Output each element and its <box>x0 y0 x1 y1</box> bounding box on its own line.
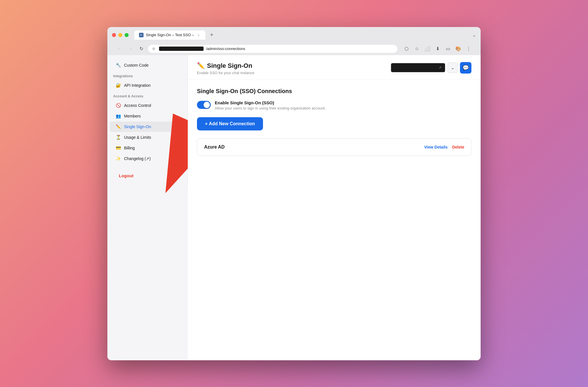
sidebar-item-label: Usage & Limits <box>124 135 151 140</box>
browser-content: 🔧 Custom Code Integrations 🔐 API Integra… <box>107 55 481 360</box>
toggle-text: Enable Single Sign-On (SSO) Allow your u… <box>215 100 326 110</box>
toggle-label: Enable Single Sign-On (SSO) <box>215 100 326 105</box>
tab-menu-button[interactable]: ⌄ <box>472 32 476 38</box>
sso-toggle-row: Enable Single Sign-On (SSO) Allow your u… <box>197 100 471 110</box>
members-icon: 👥 <box>115 113 121 119</box>
sidebar-item-label: Members <box>124 114 141 118</box>
address-bar[interactable]: ⊜ ████████████████ /admin/sso-connection… <box>148 45 397 53</box>
minimize-button[interactable] <box>118 33 122 37</box>
chat-icon: 💬 <box>463 65 469 71</box>
account-section-label: Account & Access <box>107 91 187 100</box>
single-sign-on-icon: ✏️ <box>115 124 121 129</box>
logout-button[interactable]: Logout <box>113 171 182 181</box>
add-connection-label: + Add New Connection <box>205 121 255 126</box>
sidebar-item-label: Access Control <box>124 103 151 108</box>
add-new-connection-button[interactable]: + Add New Connection <box>197 117 263 130</box>
active-tab[interactable]: ✏ Single Sign-On – Test SSO – × <box>134 30 205 40</box>
sidebar-item-label: Billing <box>124 146 135 150</box>
connection-actions: View Details Delete <box>424 145 464 149</box>
sidebar-item-access-control[interactable]: 🚫 Access Control <box>110 100 185 111</box>
browser-window: ✏ Single Sign-On – Test SSO – × + ⌄ ← → … <box>107 27 481 360</box>
page-title-emoji: ✏️ <box>197 62 205 70</box>
sidebar-item-members[interactable]: 👥 Members <box>110 111 185 121</box>
chat-button[interactable]: 💬 <box>460 62 471 74</box>
sidebar: 🔧 Custom Code Integrations 🔐 API Integra… <box>107 55 188 186</box>
back-button[interactable]: ← <box>115 45 123 53</box>
refresh-button[interactable]: ↻ <box>137 45 145 53</box>
sidebar-item-label: Single Sign-On <box>124 124 151 129</box>
page-subtitle: Enable SSO for your chat instance <box>197 71 254 75</box>
access-control-icon: 🚫 <box>115 103 121 108</box>
instance-selector-text: ████████████████ <box>394 66 437 70</box>
sidebar-item-usage-limits[interactable]: ⏳ Usage & Limits <box>110 132 185 143</box>
sidebar-item-billing[interactable]: 💳 Billing <box>110 143 185 153</box>
browser-titlebar: ✏ Single Sign-On – Test SSO – × + ⌄ ← → … <box>107 27 481 55</box>
sidebar-item-label: API Integration <box>124 83 151 88</box>
sidebar-wrapper: 🔧 Custom Code Integrations 🔐 API Integra… <box>107 55 188 360</box>
logout-label: Logout <box>119 173 134 178</box>
main-content: ✏️ Single Sign-On Enable SSO for your ch… <box>188 55 481 360</box>
maximize-button[interactable] <box>125 33 129 37</box>
browser-toolbar: ← → ↻ ⊜ ████████████████ /admin/sso-conn… <box>112 43 476 55</box>
address-redacted-part: ████████████████ <box>159 47 204 51</box>
instance-selector[interactable]: ████████████████ ↗ <box>391 63 445 72</box>
sidebar-item-api-integration[interactable]: 🔐 API Integration <box>110 80 185 91</box>
toggle-knob <box>204 102 210 108</box>
dropdown-icon: ⌄ <box>451 65 454 70</box>
section-title: Single Sign-On (SSO) Connections <box>197 88 471 95</box>
billing-icon: 💳 <box>115 145 121 151</box>
usage-limits-icon: ⏳ <box>115 135 121 140</box>
page-body: Single Sign-On (SSO) Connections Enable … <box>188 80 481 164</box>
extensions-icon[interactable]: ⬜ <box>423 45 431 53</box>
tab-bar: ✏ Single Sign-On – Test SSO – × + ⌄ <box>112 30 476 40</box>
view-details-link[interactable]: View Details <box>424 145 448 149</box>
tab-favicon: ✏ <box>139 33 144 37</box>
bookmark-icon[interactable]: ☆ <box>413 45 421 53</box>
toggle-description: Allow your users to sign in using their … <box>215 106 326 110</box>
privacy-icon: ⊜ <box>152 47 157 51</box>
dropdown-button[interactable]: ⌄ <box>448 62 458 73</box>
connection-card-azure-ad: Azure AD View Details Delete <box>197 138 471 156</box>
page-title-text: Single Sign-On <box>207 62 252 70</box>
integrations-section-label: Integrations <box>107 71 187 80</box>
external-link-icon: ↗ <box>438 66 442 70</box>
sidebar-item-label: Custom Code <box>124 63 149 68</box>
sidebar-item-changelog[interactable]: ✨ Changelog (↗) <box>110 153 185 164</box>
tab-close-button[interactable]: × <box>196 33 201 37</box>
toolbar-icons: ⬡ ☆ ⬜ ⬇ ▭ 🎨 ⋮ <box>403 45 473 53</box>
new-tab-button[interactable]: + <box>208 32 216 38</box>
download-icon[interactable]: ⬇ <box>434 45 442 53</box>
page-title: ✏️ Single Sign-On <box>197 62 254 70</box>
more-menu-icon[interactable]: ⋮ <box>465 45 473 53</box>
sidebar-item-single-sign-on[interactable]: ✏️ Single Sign-On <box>110 122 185 132</box>
address-path: /admin/sso-connections <box>206 47 245 51</box>
traffic-lights <box>112 33 129 37</box>
changelog-icon: ✨ <box>115 156 121 161</box>
header-actions: ████████████████ ↗ ⌄ 💬 <box>391 62 471 74</box>
sidebar-item-label: Changelog (↗) <box>124 156 151 161</box>
close-button[interactable] <box>112 33 116 37</box>
connection-name: Azure AD <box>204 145 225 150</box>
profile-icon[interactable]: 🎨 <box>454 45 462 53</box>
api-integration-icon: 🔐 <box>115 83 121 88</box>
delete-link[interactable]: Delete <box>452 145 464 149</box>
page-title-area: ✏️ Single Sign-On Enable SSO for your ch… <box>197 62 254 75</box>
sidebar-item-custom-code[interactable]: 🔧 Custom Code <box>110 60 185 70</box>
page-header: ✏️ Single Sign-On Enable SSO for your ch… <box>188 55 481 80</box>
custom-code-icon: 🔧 <box>115 63 121 68</box>
sidebar-toggle-icon[interactable]: ▭ <box>444 45 452 53</box>
sso-toggle[interactable] <box>197 101 211 109</box>
forward-button[interactable]: → <box>126 45 134 53</box>
tab-title: Single Sign-On – Test SSO – <box>146 33 194 37</box>
cast-icon[interactable]: ⬡ <box>403 45 411 53</box>
